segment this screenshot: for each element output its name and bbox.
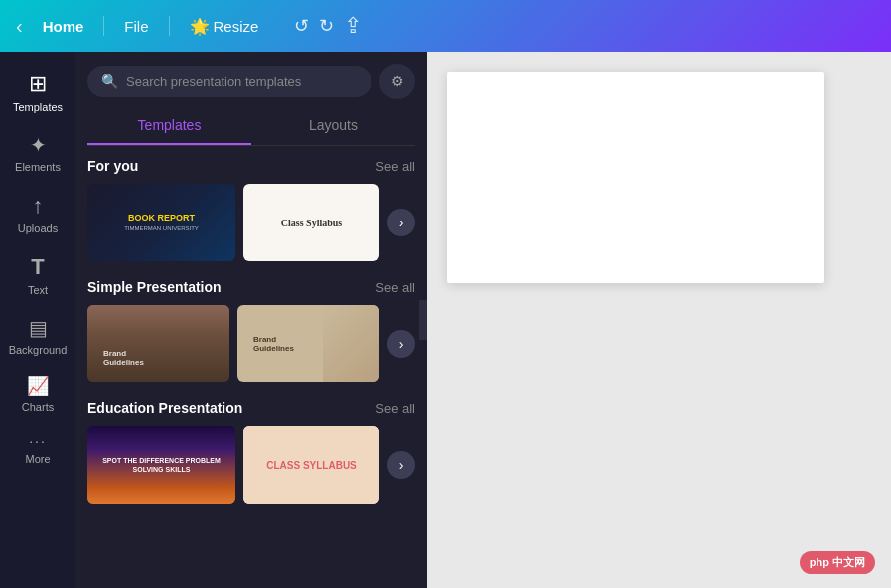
charts-icon: 📈: [27, 375, 49, 397]
topbar-actions: ↺ ↻ ⇪: [294, 13, 362, 39]
uploads-icon: ↑: [33, 193, 44, 219]
section-title-for-you: For you: [87, 158, 138, 174]
section-header-simple: Simple Presentation See all: [87, 279, 415, 295]
sidebar-item-text[interactable]: T Text: [3, 244, 73, 306]
resize-button[interactable]: 🌟 Resize: [190, 17, 259, 36]
template-card-edu1[interactable]: SPOT THE DIFFERENCE PROBLEM SOLVING SKIL…: [87, 426, 235, 504]
syllabus-title: Class Syllabus: [281, 218, 342, 228]
search-icon: 🔍: [101, 74, 118, 89]
template-cards-education: SPOT THE DIFFERENCE PROBLEM SOLVING SKIL…: [87, 426, 379, 504]
search-input-wrap[interactable]: 🔍: [87, 66, 371, 97]
more-icon: ···: [29, 433, 47, 449]
tab-templates[interactable]: Templates: [87, 107, 251, 145]
sidebar-item-templates[interactable]: ⊞ Templates: [3, 62, 73, 123]
templates-panel: 🔍 ⚙ Templates Layouts For you See all: [75, 52, 427, 588]
divider2: [169, 16, 170, 36]
topbar: ‹ Home File 🌟 Resize ↺ ↻ ⇪: [0, 0, 891, 52]
template-scroll[interactable]: For you See all BOOK REPORT TIMMERMAN UN…: [75, 146, 427, 588]
back-button[interactable]: ‹: [16, 15, 23, 38]
template-card-edu2[interactable]: CLASS SYLLABUS: [243, 426, 379, 504]
tab-layouts[interactable]: Layouts: [251, 107, 415, 145]
book-report-title: BOOK REPORT: [128, 214, 195, 223]
edu1-title: SPOT THE DIFFERENCE PROBLEM SOLVING SKIL…: [93, 456, 229, 474]
templates-icon: ⊞: [29, 72, 47, 97]
file-menu[interactable]: File: [124, 18, 148, 35]
template-row-simple: BrandGuidelines BrandGuidelines ›: [87, 305, 415, 382]
section-header-education: Education Presentation See all: [87, 400, 415, 416]
main-layout: ⊞ Templates ✦ Elements ↑ Uploads T Text …: [0, 52, 891, 588]
sidebar-item-uploads[interactable]: ↑ Uploads: [3, 183, 73, 244]
canvas-area: php 中文网: [427, 52, 891, 588]
brand2-title: BrandGuidelines: [245, 327, 302, 361]
elements-icon: ✦: [30, 133, 47, 157]
template-row-for-you: BOOK REPORT TIMMERMAN UNIVERSITY Class S…: [87, 184, 415, 261]
home-link[interactable]: Home: [43, 18, 84, 35]
section-simple: Simple Presentation See all BrandGuideli…: [87, 279, 415, 382]
background-icon: ▤: [29, 316, 48, 340]
template-cards-simple: BrandGuidelines BrandGuidelines: [87, 305, 379, 382]
template-card-syllabus[interactable]: Class Syllabus: [243, 184, 379, 261]
template-card-book-report[interactable]: BOOK REPORT TIMMERMAN UNIVERSITY: [87, 184, 235, 261]
text-icon: T: [31, 254, 44, 280]
see-all-education[interactable]: See all: [375, 401, 415, 416]
redo-icon[interactable]: ↻: [319, 15, 334, 37]
sidebar-item-background[interactable]: ▤ Background: [3, 306, 73, 366]
next-button-education[interactable]: ›: [387, 451, 415, 479]
canvas-page: [447, 72, 824, 283]
undo-icon[interactable]: ↺: [294, 15, 309, 37]
template-card-brand2[interactable]: BrandGuidelines: [237, 305, 379, 382]
next-button-simple[interactable]: ›: [387, 330, 415, 358]
sidebar-item-more[interactable]: ··· More: [3, 423, 73, 475]
section-title-simple: Simple Presentation: [87, 279, 222, 295]
upload-icon[interactable]: ⇪: [344, 13, 362, 39]
tabs: Templates Layouts: [87, 107, 415, 146]
search-bar: 🔍 ⚙: [87, 64, 415, 99]
template-card-brand1[interactable]: BrandGuidelines: [87, 305, 229, 382]
divider: [103, 16, 104, 36]
see-all-for-you[interactable]: See all: [375, 159, 415, 174]
sidebar-icons: ⊞ Templates ✦ Elements ↑ Uploads T Text …: [0, 52, 75, 588]
see-all-simple[interactable]: See all: [375, 280, 415, 295]
collapse-panel-button[interactable]: ‹: [419, 300, 427, 340]
filter-button[interactable]: ⚙: [379, 64, 415, 99]
edu2-title: CLASS SYLLABUS: [266, 459, 357, 472]
section-education: Education Presentation See all SPOT THE …: [87, 400, 415, 504]
brand1-title: BrandGuidelines: [95, 341, 152, 374]
section-title-education: Education Presentation: [87, 400, 242, 416]
book-report-subtitle: TIMMERMAN UNIVERSITY: [124, 225, 199, 231]
template-row-education: SPOT THE DIFFERENCE PROBLEM SOLVING SKIL…: [87, 426, 415, 504]
sidebar-item-elements[interactable]: ✦ Elements: [3, 123, 73, 183]
sidebar-item-charts[interactable]: 📈 Charts: [3, 366, 73, 423]
search-input[interactable]: [126, 74, 358, 89]
section-header-for-you: For you See all: [87, 158, 415, 174]
crown-icon: 🌟: [190, 17, 210, 36]
watermark: php 中文网: [800, 551, 875, 574]
template-cards-for-you: BOOK REPORT TIMMERMAN UNIVERSITY Class S…: [87, 184, 379, 261]
section-for-you: For you See all BOOK REPORT TIMMERMAN UN…: [87, 158, 415, 261]
next-button-for-you[interactable]: ›: [387, 209, 415, 236]
